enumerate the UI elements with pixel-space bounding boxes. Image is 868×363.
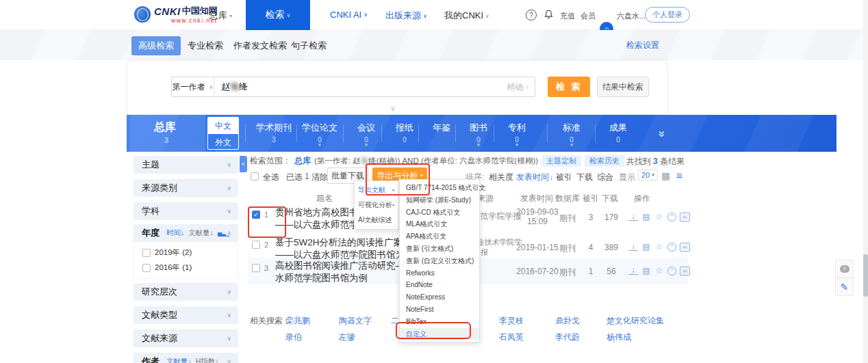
html-read-icon[interactable]: ▤ bbox=[641, 266, 651, 275]
db-tab-standard[interactable]: 标准 0 ▾ bbox=[550, 115, 593, 152]
result-downloads[interactable]: 56 bbox=[600, 267, 622, 276]
tab-author-search[interactable]: 作者发文检索 bbox=[233, 40, 287, 52]
menu-item-ai-review[interactable]: AI文献综述 bbox=[355, 213, 398, 228]
scrollbar-track[interactable] bbox=[863, 0, 868, 363]
format-refworks[interactable]: Refworks bbox=[400, 267, 479, 280]
result-downloads[interactable]: 389 bbox=[600, 243, 622, 252]
recharge-link[interactable]: 充值 bbox=[560, 11, 575, 21]
format-noteexpress[interactable]: NoteExpress bbox=[400, 291, 479, 304]
search-input[interactable]: 赵瑜绛 bbox=[214, 81, 507, 93]
sidebar-collapse-handle[interactable]: < bbox=[240, 156, 247, 172]
related-link[interactable]: 鼎卦戈 bbox=[555, 315, 580, 327]
favorite-star-icon[interactable]: ☆ bbox=[654, 212, 664, 221]
sort-cited[interactable]: 被引 bbox=[556, 172, 572, 183]
member-link[interactable]: 会员 bbox=[580, 11, 596, 21]
nav-my-cnki[interactable]: 我的CNKI ∨ bbox=[444, 10, 489, 22]
display-count-select[interactable]: 20 ▾ bbox=[638, 170, 658, 180]
sidebar-section-year[interactable]: 年度 时间↓ 文献量↓ ▅▃▁ ∧ bbox=[133, 224, 238, 242]
related-link[interactable]: 杨伟成 bbox=[607, 332, 631, 343]
year-filter-2019[interactable]: 2019年 (2) bbox=[142, 247, 238, 258]
nav-search[interactable]: 检索 ∨ bbox=[246, 0, 310, 30]
feedback-bubble-button[interactable]: ? bbox=[835, 260, 854, 278]
expand-more-icon[interactable]: » bbox=[655, 131, 669, 135]
related-link[interactable]: 陶器文字 bbox=[339, 315, 372, 327]
search-button[interactable]: 检 索 bbox=[548, 77, 590, 97]
favorite-star-icon[interactable]: ☆ bbox=[654, 266, 664, 275]
lang-foreign-tab[interactable]: 外文 bbox=[208, 134, 238, 150]
format-apa[interactable]: APA格式引文 bbox=[400, 230, 479, 243]
cite-quote-icon[interactable]: ” bbox=[667, 267, 676, 275]
sidebar-section-doc-type[interactable]: 文献类型 ∨ bbox=[133, 306, 238, 324]
sidebar-section-doc-source[interactable]: 文献来源 ∨ bbox=[133, 330, 238, 347]
db-tab-journal[interactable]: 学术期刊 3 bbox=[252, 115, 296, 152]
favorite-star-icon[interactable]: ☆ bbox=[654, 242, 664, 252]
format-chaxin-custom[interactable]: 查新 (自定义引文格式) bbox=[400, 255, 479, 267]
related-link[interactable]: 录伯 bbox=[285, 332, 302, 343]
db-tab-patent[interactable]: 专利 0 ▾ bbox=[495, 115, 539, 152]
html-read-icon[interactable]: ▤ bbox=[641, 212, 651, 221]
sidebar-section-subject[interactable]: 主题 ∨ bbox=[133, 156, 238, 174]
tab-sentence-search[interactable]: 句子检索 bbox=[291, 40, 327, 52]
row-checkbox[interactable] bbox=[252, 241, 260, 249]
year-sort-count[interactable]: 文献量↓ bbox=[188, 228, 214, 238]
menu-item-visual-analysis[interactable]: 可视化分析 ▸ bbox=[355, 198, 398, 213]
sidebar-section-source-type[interactable]: 来源类别 ∨ bbox=[133, 179, 238, 197]
format-notefirst[interactable]: NoteFirst bbox=[400, 304, 479, 316]
db-tab-thesis[interactable]: 学位论文 0 ▾ bbox=[298, 115, 342, 152]
related-link[interactable]: 李代蔚 bbox=[555, 332, 580, 343]
nav-publish-source[interactable]: 出版来源 ∨ bbox=[385, 10, 427, 22]
format-chaxin-citation[interactable]: 查新 (引文格式) bbox=[400, 243, 479, 255]
sidebar-section-research-level[interactable]: 研究层次 ∨ bbox=[133, 283, 238, 301]
field-selector[interactable]: 第一作者 ∨ bbox=[172, 77, 214, 96]
author-sort-h[interactable]: H指数↓ bbox=[196, 357, 219, 363]
cite-quote-icon[interactable]: ” bbox=[667, 243, 676, 252]
db-tab-achievement[interactable]: 成果 0 bbox=[596, 115, 640, 152]
sidebar-section-author[interactable]: 作者 文献量↓ H指数↓ ∨ bbox=[133, 353, 238, 363]
result-downloads[interactable]: 179 bbox=[600, 213, 622, 222]
checkbox[interactable] bbox=[142, 249, 151, 257]
download-icon[interactable]: ↓ bbox=[628, 243, 638, 251]
search-in-results-button[interactable]: 结果中检索 bbox=[597, 77, 649, 97]
select-all-label[interactable]: 全选 bbox=[263, 172, 279, 183]
col-header-download[interactable]: 下载 bbox=[602, 193, 618, 204]
tab-advanced-search[interactable]: 高级检索 bbox=[131, 36, 181, 55]
related-link[interactable]: 李灵枝 bbox=[499, 315, 524, 327]
html-read-icon[interactable]: ▤ bbox=[641, 242, 651, 252]
sort-relevance[interactable]: 相关度 bbox=[489, 172, 513, 183]
year-filter-2016[interactable]: 2016年 (1) bbox=[142, 263, 238, 273]
result-cited[interactable]: 1 bbox=[581, 267, 600, 276]
col-header-cited[interactable]: 被引 bbox=[583, 193, 599, 204]
help-icon[interactable]: ? bbox=[526, 10, 537, 21]
format-cajcd[interactable]: CAJ-CD 格式引文 bbox=[400, 206, 479, 219]
format-endnote[interactable]: EndNote bbox=[400, 279, 479, 291]
download-icon[interactable]: ↓ bbox=[628, 213, 638, 221]
edit-feedback-button[interactable]: ✎ bbox=[835, 278, 854, 296]
sidebar-section-discipline[interactable]: 学科 ∨ bbox=[133, 202, 238, 220]
format-cnki-estudy[interactable]: 知网研学 (原E-Study) bbox=[400, 194, 479, 206]
scrollbar-thumb[interactable] bbox=[863, 254, 868, 297]
year-sort-time[interactable]: 时间↓ bbox=[166, 228, 184, 238]
related-link[interactable]: 栾兆鹏 bbox=[285, 315, 310, 327]
grid-view-icon[interactable]: ▦ bbox=[661, 170, 670, 181]
list-view-icon[interactable]: ≡ bbox=[676, 170, 682, 181]
sort-publish-date[interactable]: 发表时间 ↓ bbox=[516, 172, 553, 183]
personal-login-button[interactable]: 个人登录 bbox=[645, 7, 690, 23]
subject-customize-badge[interactable]: 主题定制 bbox=[541, 155, 581, 167]
related-link[interactable]: 楚文化研究论集 bbox=[607, 315, 664, 327]
sort-download[interactable]: 下载 bbox=[576, 172, 593, 183]
result-cited[interactable]: 3 bbox=[581, 213, 600, 222]
ai-icon[interactable]: AI bbox=[680, 267, 690, 275]
download-icon[interactable]: ↓ bbox=[628, 267, 638, 275]
ai-icon[interactable]: AI bbox=[680, 213, 690, 221]
col-header-db[interactable]: 数据库 bbox=[555, 193, 580, 204]
nav-zongku[interactable]: 总库 ▾ bbox=[209, 10, 232, 22]
related-link[interactable]: 石凤英 bbox=[499, 332, 524, 343]
scope-value[interactable]: 总库 bbox=[294, 155, 311, 167]
cnki-logo[interactable]: CNKI 中国知网 www.cnki.net bbox=[134, 5, 218, 24]
checkbox[interactable] bbox=[142, 264, 151, 272]
cite-quote-icon[interactable]: ” bbox=[667, 213, 676, 221]
sort-overall[interactable]: 综合 bbox=[597, 172, 613, 183]
author-sort-count[interactable]: 文献量↓ bbox=[166, 357, 192, 363]
match-mode-selector[interactable]: 精确 ∨ bbox=[507, 81, 535, 93]
select-all-checkbox[interactable] bbox=[251, 172, 259, 180]
